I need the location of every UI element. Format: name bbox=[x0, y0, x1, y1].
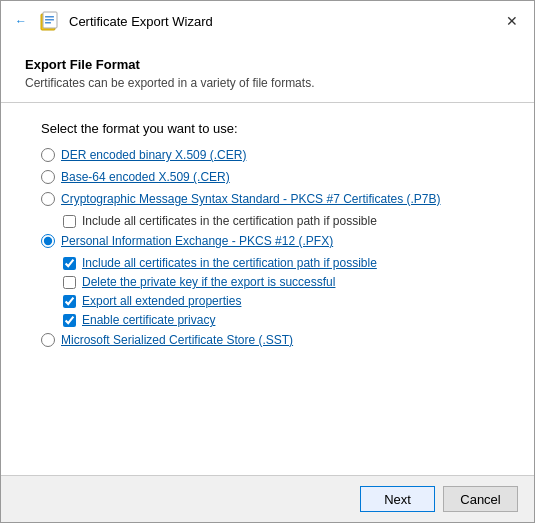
main-section: Select the format you want to use: DER e… bbox=[1, 103, 534, 475]
svg-rect-3 bbox=[45, 19, 54, 21]
svg-rect-4 bbox=[45, 22, 51, 24]
checkbox-export-props-label[interactable]: Export all extended properties bbox=[82, 294, 241, 308]
dialog: ← Certificate Export Wizard ✕ Export Fil… bbox=[0, 0, 535, 523]
checkbox-include-pkcs7-input[interactable] bbox=[63, 215, 76, 228]
close-button[interactable]: ✕ bbox=[500, 9, 524, 33]
radio-sst: Microsoft Serialized Certificate Store (… bbox=[41, 333, 494, 347]
header-section: Export File Format Certificates can be e… bbox=[1, 39, 534, 103]
checkbox-include-pkcs7-label[interactable]: Include all certificates in the certific… bbox=[82, 214, 377, 228]
window-title: Certificate Export Wizard bbox=[69, 14, 213, 29]
radio-pfx-label[interactable]: Personal Information Exchange - PKCS #12… bbox=[61, 234, 333, 248]
radio-der: DER encoded binary X.509 (.CER) bbox=[41, 148, 494, 162]
export-format-title: Export File Format bbox=[25, 57, 510, 72]
cancel-button[interactable]: Cancel bbox=[443, 486, 518, 512]
radio-der-input[interactable] bbox=[41, 148, 55, 162]
radio-base64: Base-64 encoded X.509 (.CER) bbox=[41, 170, 494, 184]
radio-pkcs7-input[interactable] bbox=[41, 192, 55, 206]
radio-pfx-input[interactable] bbox=[41, 234, 55, 248]
wizard-icon bbox=[39, 10, 61, 32]
checkbox-include-pkcs7: Include all certificates in the certific… bbox=[63, 214, 494, 228]
checkbox-include-certs: Include all certificates in the certific… bbox=[63, 256, 494, 270]
checkbox-export-props: Export all extended properties bbox=[63, 294, 494, 308]
next-button[interactable]: Next bbox=[360, 486, 435, 512]
footer: Next Cancel bbox=[1, 475, 534, 522]
checkbox-include-certs-label[interactable]: Include all certificates in the certific… bbox=[82, 256, 377, 270]
title-bar-left: ← Certificate Export Wizard bbox=[11, 10, 213, 32]
checkbox-cert-privacy: Enable certificate privacy bbox=[63, 313, 494, 327]
radio-sst-label[interactable]: Microsoft Serialized Certificate Store (… bbox=[61, 333, 293, 347]
radio-pfx: Personal Information Exchange - PKCS #12… bbox=[41, 234, 494, 248]
checkbox-include-certs-input[interactable] bbox=[63, 257, 76, 270]
pfx-options: Include all certificates in the certific… bbox=[63, 256, 494, 327]
radio-der-label[interactable]: DER encoded binary X.509 (.CER) bbox=[61, 148, 246, 162]
checkbox-cert-privacy-label[interactable]: Enable certificate privacy bbox=[82, 313, 215, 327]
radio-pkcs7-label[interactable]: Cryptographic Message Syntax Standard - … bbox=[61, 192, 441, 206]
select-label: Select the format you want to use: bbox=[41, 121, 494, 136]
checkbox-delete-key-label[interactable]: Delete the private key if the export is … bbox=[82, 275, 335, 289]
back-button[interactable]: ← bbox=[11, 11, 31, 31]
radio-sst-input[interactable] bbox=[41, 333, 55, 347]
svg-rect-2 bbox=[45, 16, 54, 18]
checkbox-delete-key-input[interactable] bbox=[63, 276, 76, 289]
export-format-desc: Certificates can be exported in a variet… bbox=[25, 76, 510, 90]
pkcs7-options: Include all certificates in the certific… bbox=[63, 214, 494, 228]
content-area: Export File Format Certificates can be e… bbox=[1, 39, 534, 475]
checkbox-export-props-input[interactable] bbox=[63, 295, 76, 308]
radio-base64-input[interactable] bbox=[41, 170, 55, 184]
radio-pkcs7: Cryptographic Message Syntax Standard - … bbox=[41, 192, 494, 206]
radio-base64-label[interactable]: Base-64 encoded X.509 (.CER) bbox=[61, 170, 230, 184]
title-bar: ← Certificate Export Wizard ✕ bbox=[1, 1, 534, 39]
checkbox-delete-key: Delete the private key if the export is … bbox=[63, 275, 494, 289]
checkbox-cert-privacy-input[interactable] bbox=[63, 314, 76, 327]
